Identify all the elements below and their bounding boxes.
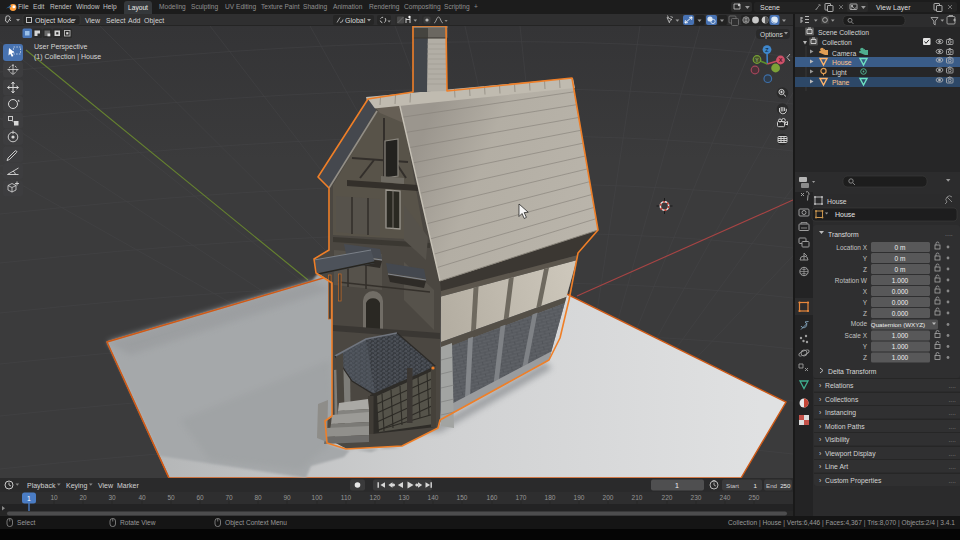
svg-text:190: 190: [574, 494, 585, 501]
svg-text:1.000: 1.000: [892, 277, 909, 284]
svg-text:Marker: Marker: [117, 482, 139, 489]
svg-text:150: 150: [457, 494, 468, 501]
svg-text:Scene: Scene: [760, 4, 780, 11]
svg-text:110: 110: [341, 494, 352, 501]
svg-text:Z: Z: [863, 354, 867, 361]
svg-text:Start: Start: [726, 482, 739, 489]
svg-text:Y: Y: [863, 255, 868, 262]
svg-text:0 m: 0 m: [895, 266, 906, 273]
svg-text:House: House: [832, 59, 852, 66]
svg-text:View: View: [85, 17, 101, 24]
svg-text:Select: Select: [17, 519, 35, 526]
svg-text:100: 100: [312, 494, 323, 501]
svg-text:70: 70: [225, 494, 233, 501]
svg-text:0 m: 0 m: [895, 244, 906, 251]
svg-text:1: 1: [27, 495, 31, 502]
svg-text:Keying: Keying: [66, 482, 88, 490]
svg-text:X: X: [863, 288, 868, 295]
svg-text:0.000: 0.000: [892, 299, 909, 306]
svg-text:1.000: 1.000: [892, 343, 909, 350]
svg-text:250: 250: [749, 494, 760, 501]
svg-text:View: View: [98, 482, 114, 489]
svg-text:Rotation W: Rotation W: [835, 277, 868, 284]
svg-text:60: 60: [196, 494, 204, 501]
svg-text:220: 220: [662, 494, 673, 501]
svg-text:170: 170: [516, 494, 527, 501]
svg-text:10: 10: [50, 494, 58, 501]
svg-text:Object Mode: Object Mode: [35, 17, 75, 25]
svg-text:House: House: [835, 211, 855, 218]
svg-text:1: 1: [754, 482, 758, 489]
svg-text:Transform: Transform: [828, 231, 859, 238]
svg-text:Light: Light: [832, 69, 847, 77]
svg-text:Quaternion (WXYZ): Quaternion (WXYZ): [871, 321, 925, 328]
svg-text:0.000: 0.000: [892, 310, 909, 317]
svg-text:120: 120: [370, 494, 381, 501]
svg-text:240: 240: [720, 494, 731, 501]
svg-text:Add: Add: [128, 17, 141, 24]
svg-text:30: 30: [108, 494, 116, 501]
svg-text:180: 180: [545, 494, 556, 501]
svg-text:20: 20: [79, 494, 87, 501]
svg-text:(1) Collection | House: (1) Collection | House: [34, 53, 101, 61]
svg-text:Collection: Collection: [822, 39, 852, 46]
svg-text:0 m: 0 m: [895, 255, 906, 262]
svg-text:House: House: [827, 198, 847, 205]
svg-text:Plane: Plane: [832, 79, 850, 86]
svg-text:230: 230: [691, 494, 702, 501]
svg-text:0.000: 0.000: [892, 288, 909, 295]
svg-text:1.000: 1.000: [892, 332, 909, 339]
svg-text:1.000: 1.000: [892, 354, 909, 361]
svg-text:Scale X: Scale X: [845, 332, 868, 339]
svg-text:Z: Z: [863, 266, 867, 273]
svg-text:Y: Y: [863, 299, 868, 306]
svg-text:80: 80: [254, 494, 262, 501]
svg-text:Delta Transform: Delta Transform: [828, 368, 877, 375]
svg-text:Mode: Mode: [851, 320, 868, 327]
svg-text:210: 210: [632, 494, 643, 501]
svg-text:140: 140: [428, 494, 439, 501]
svg-text:End: End: [766, 482, 778, 489]
svg-text:200: 200: [603, 494, 614, 501]
svg-text:Location X: Location X: [836, 244, 867, 251]
svg-text:Z: Z: [863, 310, 867, 317]
svg-text:250: 250: [780, 482, 791, 489]
svg-text:Options: Options: [760, 31, 783, 39]
svg-text:Scene Collection: Scene Collection: [818, 29, 869, 36]
svg-text:Rotate View: Rotate View: [120, 519, 156, 526]
svg-text:Select: Select: [106, 17, 126, 24]
svg-text:Global: Global: [345, 17, 366, 24]
svg-text:Collection | House | Verts:6,4: Collection | House | Verts:6,446 | Faces…: [728, 519, 955, 527]
svg-text:X: X: [779, 57, 783, 63]
svg-text:Object Context Menu: Object Context Menu: [225, 519, 287, 527]
svg-text:130: 130: [399, 494, 410, 501]
svg-text:40: 40: [138, 494, 146, 501]
svg-text:160: 160: [487, 494, 498, 501]
svg-text:50: 50: [167, 494, 175, 501]
svg-text:Playback: Playback: [27, 482, 56, 490]
svg-text:1: 1: [675, 482, 679, 489]
svg-text:Y: Y: [863, 343, 868, 350]
svg-text:Camera: Camera: [832, 50, 856, 57]
svg-text:Object: Object: [144, 17, 164, 25]
svg-text:....: ....: [945, 230, 953, 237]
svg-text:User Perspective: User Perspective: [34, 43, 87, 51]
svg-text:90: 90: [283, 494, 291, 501]
svg-text:View Layer: View Layer: [876, 4, 911, 12]
